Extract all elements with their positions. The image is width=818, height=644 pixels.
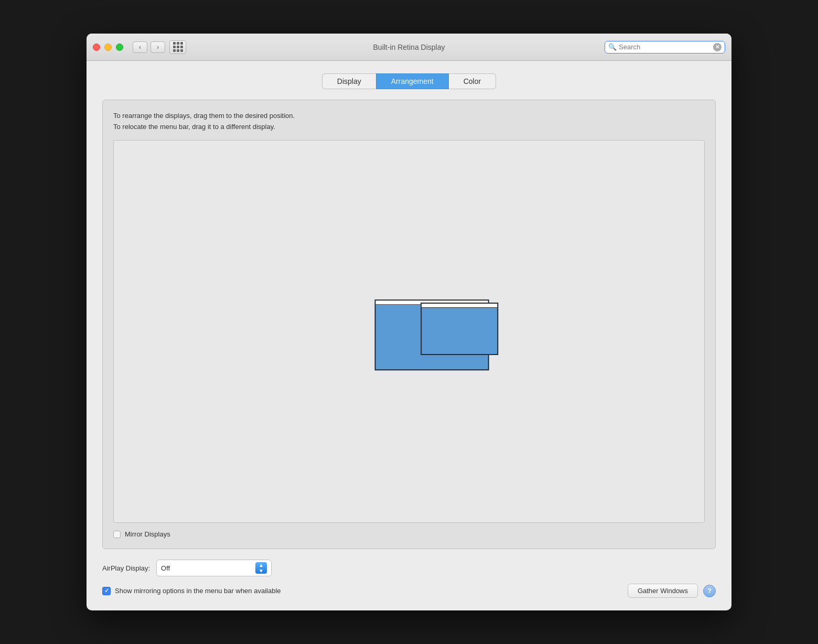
display-secondary[interactable]	[421, 303, 498, 355]
checkmark-icon: ✓	[104, 587, 109, 594]
instructions-line2: To relocate the menu bar, drag it to a d…	[113, 122, 705, 133]
tab-color[interactable]: Color	[449, 73, 496, 89]
show-mirroring-label: Show mirroring options in the menu bar w…	[115, 587, 281, 595]
gather-windows-button[interactable]: Gather Windows	[628, 584, 698, 598]
search-icon: 🔍	[608, 43, 617, 51]
maximize-button[interactable]	[116, 44, 123, 51]
right-buttons: Gather Windows ?	[628, 584, 716, 598]
show-mirroring-row: ✓ Show mirroring options in the menu bar…	[102, 587, 281, 595]
arrangement-panel: To rearrange the displays, drag them to …	[102, 100, 716, 549]
back-button[interactable]: ‹	[133, 41, 147, 53]
forward-button[interactable]: ›	[150, 41, 165, 53]
nav-buttons: ‹ ›	[133, 41, 165, 53]
content-area: Display Arrangement Color To rearrange t…	[87, 61, 731, 610]
tab-display[interactable]: Display	[322, 73, 376, 89]
instructions: To rearrange the displays, drag them to …	[113, 111, 705, 133]
display-secondary-menubar	[422, 304, 497, 308]
close-button[interactable]	[93, 44, 100, 51]
airplay-value: Off	[161, 564, 255, 572]
options-row: ✓ Show mirroring options in the menu bar…	[102, 584, 716, 598]
grid-icon	[173, 42, 183, 52]
window-title: Built-in Retina Display	[373, 43, 445, 51]
tabs: Display Arrangement Color	[102, 73, 716, 89]
help-button[interactable]: ?	[703, 585, 716, 597]
titlebar: ‹ › Built-in Retina Display 🔍 ✕	[87, 34, 731, 61]
mirror-displays-checkbox[interactable]	[113, 531, 121, 538]
arrangement-area	[113, 140, 705, 523]
system-preferences-window: ‹ › Built-in Retina Display 🔍 ✕ Display …	[87, 34, 731, 610]
instructions-line1: To rearrange the displays, drag them to …	[113, 111, 705, 122]
bottom-controls: AirPlay Display: Off ▲ ▼ ✓ Show mirrorin…	[102, 560, 716, 598]
search-input[interactable]	[619, 43, 711, 51]
airplay-select[interactable]: Off ▲ ▼	[156, 560, 272, 576]
search-field[interactable]: 🔍 ✕	[605, 41, 725, 53]
mirror-displays-row: Mirror Displays	[113, 530, 705, 538]
airplay-row: AirPlay Display: Off ▲ ▼	[102, 560, 716, 576]
show-mirroring-checkbox[interactable]: ✓	[102, 587, 111, 595]
tab-arrangement[interactable]: Arrangement	[376, 73, 449, 89]
minimize-button[interactable]	[104, 44, 112, 51]
airplay-arrow-icon: ▲ ▼	[255, 562, 267, 574]
airplay-label: AirPlay Display:	[102, 564, 150, 572]
traffic-lights	[93, 44, 123, 51]
search-clear-button[interactable]: ✕	[713, 43, 722, 51]
grid-button[interactable]	[169, 40, 186, 54]
mirror-displays-label: Mirror Displays	[125, 530, 170, 538]
